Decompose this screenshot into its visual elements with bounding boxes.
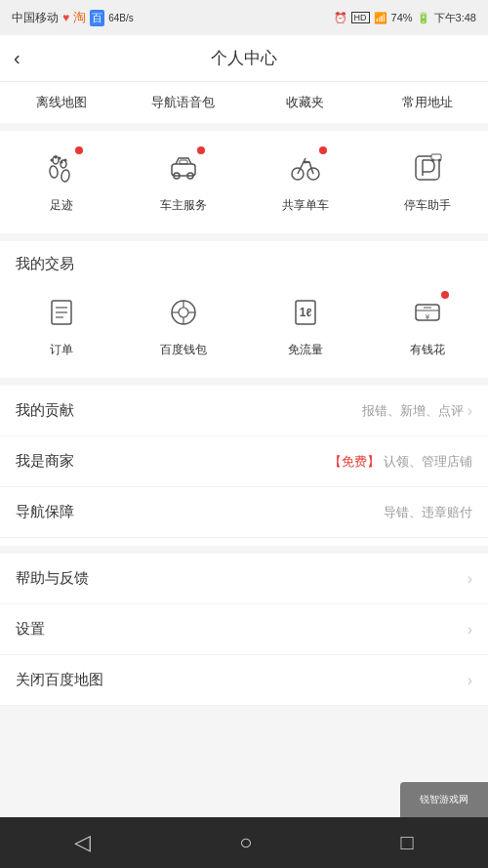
list-item-close-app[interactable]: 关闭百度地图 › xyxy=(0,655,488,706)
svg-point-4 xyxy=(50,159,53,162)
bike-icon xyxy=(288,150,323,186)
svg-point-6 xyxy=(58,157,61,160)
help-chevron: › xyxy=(468,570,472,588)
parking-icon-wrapper xyxy=(406,146,449,189)
contribution-chevron: › xyxy=(468,402,472,420)
transaction-item-order[interactable]: 订单 xyxy=(0,291,122,358)
service-item-parking[interactable]: 停车助手 xyxy=(366,146,488,214)
back-nav-button[interactable]: ◁ xyxy=(74,830,91,855)
signal-icon: 📶 xyxy=(374,12,387,24)
order-icon xyxy=(44,295,79,330)
watermark: 锐智游戏网 xyxy=(400,782,488,817)
svg-point-8 xyxy=(63,159,66,162)
money-icon: ¥ xyxy=(410,295,445,330)
merchant-label: 我是商家 xyxy=(16,452,74,471)
clock-icon: ⏰ xyxy=(334,12,347,24)
transaction-section: 我的交易 订单 xyxy=(0,241,488,386)
car-icon xyxy=(166,150,201,186)
svg-point-15 xyxy=(304,161,306,164)
footprint-red-dot xyxy=(75,146,83,154)
back-button[interactable]: ‹ xyxy=(14,47,20,69)
page-title: 个人中心 xyxy=(211,47,277,69)
bottom-nav-bar: ◁ ○ □ xyxy=(0,817,488,868)
svg-point-25 xyxy=(179,308,188,317)
flow-icon: 1ℓ xyxy=(288,295,323,330)
money-red-dot xyxy=(441,291,449,299)
flow-icon-wrapper: 1ℓ xyxy=(284,291,327,334)
speed-text: 64B/s xyxy=(108,13,134,23)
help-right: › xyxy=(468,570,472,588)
parking-label: 停车助手 xyxy=(404,197,451,214)
services-icon-grid: 足迹 车主服务 共享单车 xyxy=(0,131,488,241)
order-icon-wrapper xyxy=(40,291,83,334)
wallet-icon xyxy=(166,295,201,330)
bike-label: 共享单车 xyxy=(282,197,329,214)
svg-point-18 xyxy=(431,159,434,162)
wallet-label: 百度钱包 xyxy=(160,342,207,358)
bike-icon-wrapper xyxy=(284,146,327,189)
help-label: 帮助与反馈 xyxy=(16,569,89,588)
svg-text:1ℓ: 1ℓ xyxy=(299,306,311,319)
svg-point-5 xyxy=(54,156,57,159)
settings-label: 设置 xyxy=(16,620,45,639)
close-app-chevron: › xyxy=(468,672,472,689)
status-left: 中国移动 ♥ 淘 百 64B/s xyxy=(12,9,134,26)
list-item-contribution[interactable]: 我的贡献 报错、新增、点评 › xyxy=(0,386,488,436)
time-display: 下午3:48 xyxy=(434,11,476,25)
list-item-merchant[interactable]: 我是商家 【免费】 认领、管理店铺 xyxy=(0,436,488,487)
flow-label: 免流量 xyxy=(288,342,323,358)
quick-nav-common-address[interactable]: 常用地址 xyxy=(366,94,488,111)
close-app-label: 关闭百度地图 xyxy=(16,671,103,689)
merchant-right: 【免费】 认领、管理店铺 xyxy=(329,453,472,471)
battery-icon: 🔋 xyxy=(417,12,430,24)
car-label: 车主服务 xyxy=(160,197,207,214)
contribution-right: 报错、新增、点评 › xyxy=(362,402,472,420)
footprint-icon-wrapper xyxy=(40,146,83,189)
transaction-grid: 订单 百度钱包 1ℓ xyxy=(0,283,488,386)
quick-nav-row: 离线地图 导航语音包 收藏夹 常用地址 xyxy=(0,82,488,131)
home-nav-button[interactable]: ○ xyxy=(239,830,252,855)
footprint-label: 足迹 xyxy=(50,197,73,214)
quick-nav-favorites[interactable]: 收藏夹 xyxy=(244,94,366,111)
merchant-free-tag: 【免费】 xyxy=(329,453,380,471)
wallet-icon-wrapper xyxy=(162,291,205,334)
taobao-icon: 淘 xyxy=(73,9,86,26)
transaction-item-flow[interactable]: 1ℓ 免流量 xyxy=(244,291,366,358)
svg-point-7 xyxy=(60,161,62,164)
settings-right: › xyxy=(468,621,472,639)
car-icon-wrapper xyxy=(162,146,205,189)
svg-text:¥: ¥ xyxy=(424,312,429,321)
car-red-dot xyxy=(197,146,205,154)
service-item-bike[interactable]: 共享单车 xyxy=(244,146,366,214)
quick-nav-voice-pack[interactable]: 导航语音包 xyxy=(122,94,244,111)
list-item-help[interactable]: 帮助与反馈 › xyxy=(0,546,488,604)
order-label: 订单 xyxy=(50,342,73,358)
transaction-item-money[interactable]: ¥ 有钱花 xyxy=(366,291,488,358)
money-icon-wrapper: ¥ xyxy=(406,291,449,334)
status-right: ⏰ HD 📶 74% 🔋 下午3:48 xyxy=(334,11,476,25)
quick-nav-offline-map[interactable]: 离线地图 xyxy=(0,94,122,111)
service-item-footprint[interactable]: 足迹 xyxy=(0,146,122,214)
bike-red-dot xyxy=(319,146,327,154)
transaction-header: 我的交易 xyxy=(0,241,488,283)
parking-icon xyxy=(410,150,445,186)
nav-guarantee-right: 导错、违章赔付 xyxy=(384,504,472,521)
carrier-text: 中国移动 xyxy=(12,10,59,26)
app-icon: 百 xyxy=(90,10,104,26)
service-item-car[interactable]: 车主服务 xyxy=(122,146,244,214)
nav-guarantee-label: 导航保障 xyxy=(16,503,74,521)
svg-point-3 xyxy=(61,169,70,182)
contribution-sub-text: 报错、新增、点评 xyxy=(362,402,464,420)
list-item-navigation-guarantee[interactable]: 导航保障 导错、违章赔付 xyxy=(0,487,488,538)
list-item-settings[interactable]: 设置 › xyxy=(0,604,488,655)
recents-nav-button[interactable]: □ xyxy=(401,830,414,855)
heart-icon: ♥ xyxy=(62,11,69,24)
nav-bar: ‹ 个人中心 xyxy=(0,35,488,82)
svg-point-19 xyxy=(438,159,441,162)
merchant-sub-text: 认领、管理店铺 xyxy=(384,453,472,471)
battery-text: 74% xyxy=(391,12,413,23)
footprint-icon xyxy=(44,150,79,186)
menu-list: 我的贡献 报错、新增、点评 › 我是商家 【免费】 认领、管理店铺 导航保障 导… xyxy=(0,386,488,706)
transaction-item-wallet[interactable]: 百度钱包 xyxy=(122,291,244,358)
close-app-right: › xyxy=(468,672,472,689)
